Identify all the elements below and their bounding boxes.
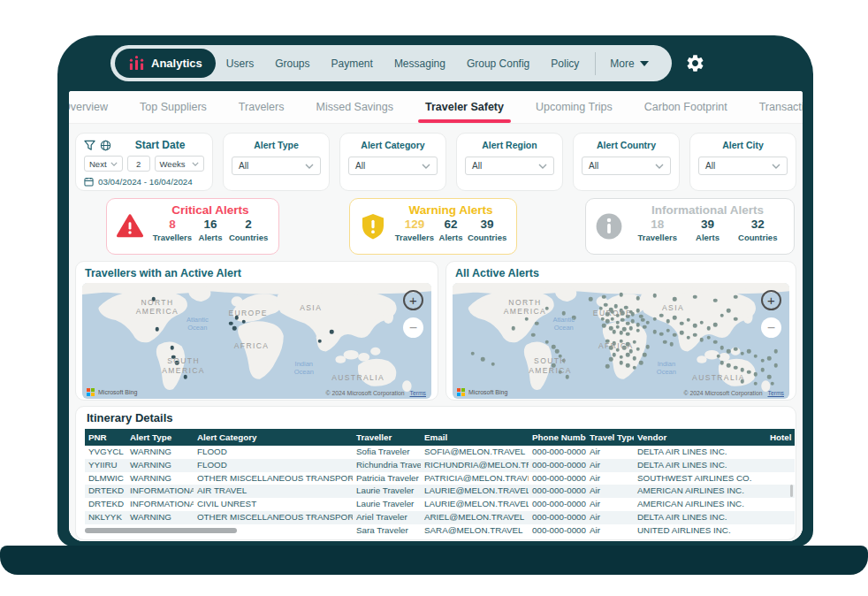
nav-item-policy[interactable]: Policy (540, 57, 590, 70)
more-menu[interactable]: More (601, 57, 657, 70)
filter-card-alert-city: Alert CityAll (689, 133, 796, 191)
vertical-scrollbar[interactable] (790, 485, 793, 497)
table-row[interactable]: YVGYCLWARNINGFLOODSofia TravelerSOFIA@ME… (85, 446, 795, 459)
map-copyright: © 2024 Microsoft CorporationTerms (684, 390, 784, 396)
map-data-dot (706, 335, 711, 340)
table-row[interactable]: DLMWICWARNINGOTHER MISCELLANEOUS TRANSPO… (85, 472, 795, 485)
map-data-dot (589, 297, 593, 302)
map-data-dot (636, 328, 640, 332)
map-data-dot (171, 355, 176, 360)
map-data-dot (740, 352, 744, 356)
column-header-traveller[interactable]: Traveller (353, 429, 421, 446)
map-data-dot (680, 322, 684, 326)
column-header-pnr[interactable]: PNR (85, 429, 126, 446)
map-data-dot (544, 307, 549, 311)
warning-alerts-title: Warning Alerts (392, 203, 509, 217)
table-cell: DRTEKD (85, 485, 126, 498)
column-header-alert-category[interactable]: Alert Category (194, 429, 353, 446)
map-card-all-active-alerts: All Active AlertsNORTH AMERICAEUROPEASIA… (445, 261, 796, 401)
table-cell: OTHER MISCELLANEOUS TRANSPORTATION (194, 511, 353, 524)
alert-region-dropdown[interactable]: All (465, 157, 554, 175)
stat-countries: 39Countries (468, 218, 506, 242)
map-data-dot (767, 375, 772, 379)
start-date-unit-dropdown[interactable]: Weeks (155, 156, 204, 172)
alert-card-informational-alerts[interactable]: Informational Alerts18Travellers39Alerts… (585, 198, 795, 255)
tab-missed-savings[interactable]: Missed Savings (300, 91, 409, 123)
map-data-dot (652, 317, 657, 321)
table-row[interactable]: DRTEKDINFORMATIONALAIR TRAVELLaurie Trav… (85, 485, 795, 498)
stat-alerts: 16Alerts (199, 218, 223, 242)
map-data-dot (747, 349, 751, 354)
table-cell: DLMWIC (85, 472, 126, 485)
zoom-out-button[interactable]: − (403, 317, 423, 338)
analytics-brand[interactable]: Analytics (115, 49, 216, 78)
column-header-vendor[interactable]: Vendor (634, 429, 766, 446)
laptop-base (0, 546, 868, 575)
tab-carbon-footprint[interactable]: Carbon Footprint (628, 91, 743, 123)
zoom-out-button[interactable]: − (761, 317, 781, 338)
horizontal-scrollbar[interactable] (85, 528, 237, 533)
itinerary-details-title: Itinerary Details (87, 411, 787, 424)
tab-travelers[interactable]: Travelers (223, 91, 301, 123)
map-data-dot (693, 324, 697, 328)
tab-transaction-details[interactable]: Transaction Details (743, 91, 803, 123)
table-cell: FLOOD (194, 459, 353, 472)
zoom-in-button[interactable]: + (761, 290, 781, 310)
alert-city-dropdown[interactable]: All (698, 157, 788, 175)
table-header-row: PNRAlert TypeAlert CategoryTravellerEmai… (85, 429, 795, 446)
alert-card-warning-alerts[interactable]: Warning Alerts129Travellers62Alerts39Cou… (349, 198, 517, 255)
tab-traveler-safety[interactable]: Traveler Safety (409, 91, 520, 123)
tab-overview[interactable]: Overview (69, 91, 124, 123)
table-cell: WARNING (126, 446, 194, 459)
map-data-dot (229, 322, 233, 326)
globe-icon (100, 140, 111, 151)
nav-item-users[interactable]: Users (216, 57, 264, 70)
table-cell: UNITED AIRLINES INC. (634, 524, 766, 538)
table-row[interactable]: DRTEKDINFORMATIONALCIVIL UNRESTLaurie Tr… (85, 498, 795, 511)
map-data-dot (626, 322, 630, 326)
start-date-relative-dropdown[interactable]: Next (84, 156, 123, 172)
alert-type-dropdown[interactable]: All (232, 157, 321, 175)
map-data-dot (669, 342, 674, 347)
column-header-alert-type[interactable]: Alert Type (126, 429, 194, 446)
map-title-all-active-alerts: All Active Alerts (455, 267, 789, 279)
map-data-dot (652, 294, 657, 298)
table-cell: WARNING (126, 511, 194, 524)
nav-item-groups[interactable]: Groups (264, 57, 320, 70)
alert-country-dropdown[interactable]: All (582, 157, 671, 175)
column-header-phone-number[interactable]: Phone Number (529, 429, 586, 446)
column-header-email[interactable]: Email (421, 429, 529, 446)
table-row[interactable]: YYIIRUWARNINGFLOODRichundria Trave...RIC… (85, 459, 795, 472)
alert-category-dropdown[interactable]: All (348, 157, 438, 175)
map-data-dot (317, 339, 322, 343)
alert-city-title: Alert City (698, 140, 788, 150)
map-data-dot (686, 318, 690, 323)
column-header-travel-type[interactable]: Travel Type (586, 429, 634, 446)
tab-top-suppliers[interactable]: Top Suppliers (124, 91, 223, 123)
table-cell (766, 498, 795, 511)
tab-upcoming-trips[interactable]: Upcoming Trips (520, 91, 628, 123)
map-travellers-with-an-active-alert[interactable]: NORTH AMERICAEUROPEASIAAFRICASOUTH AMERI… (82, 283, 431, 399)
start-date-amount-input[interactable]: 2 (127, 156, 150, 172)
world-map-graphic (82, 283, 431, 399)
map-all-active-alerts[interactable]: NORTH AMERICAEUROPEASIAAFRICASOUTH AMERI… (453, 283, 789, 399)
microsoft-logo-icon (457, 388, 465, 396)
terms-link[interactable]: Terms (409, 390, 426, 396)
map-data-dot (673, 316, 677, 320)
zoom-in-button[interactable]: + (403, 290, 423, 310)
map-data-dot (613, 341, 617, 346)
caret-down-icon (640, 61, 649, 66)
map-data-dot (626, 332, 630, 336)
map-data-dot (639, 361, 643, 365)
nav-item-payment[interactable]: Payment (321, 57, 384, 70)
nav-item-group-config[interactable]: Group Config (456, 57, 540, 70)
table-row[interactable]: NKLYYKWARNINGOTHER MISCELLANEOUS TRANSPO… (85, 511, 795, 524)
nav-item-messaging[interactable]: Messaging (384, 57, 456, 70)
app-navbar: Analytics UsersGroupsPaymentMessagingGro… (57, 35, 813, 91)
table-cell: PATRICIA@MELON.TRAVEL (421, 472, 529, 485)
column-header-hotel[interactable]: Hotel (766, 429, 795, 446)
alert-card-critical-alerts[interactable]: Critical Alerts8Travellers16Alerts2Count… (106, 198, 279, 255)
table-cell: INFORMATIONAL (126, 498, 194, 511)
terms-link[interactable]: Terms (767, 390, 784, 396)
settings-gear-icon[interactable] (685, 53, 705, 73)
